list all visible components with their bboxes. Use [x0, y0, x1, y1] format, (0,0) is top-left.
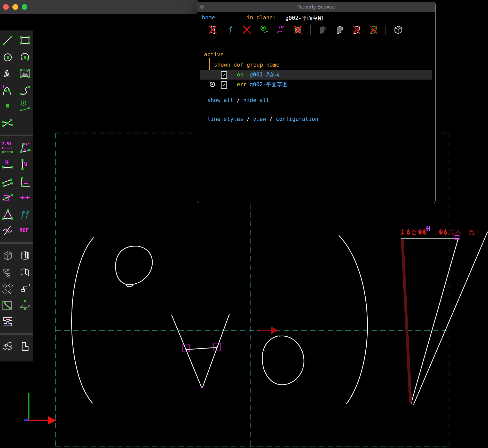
link-separator: /	[243, 116, 253, 122]
toolbar-row-link-extrudeshape	[0, 341, 33, 353]
rectangle-tool-icon[interactable]	[19, 34, 31, 47]
home-link[interactable]: home	[202, 14, 215, 21]
minimize-button[interactable]	[12, 4, 18, 10]
hide-mesh-icon[interactable]	[368, 25, 379, 35]
toolbar-row-onentity-symmetric	[0, 191, 33, 204]
entity-left-blob[interactable]	[115, 246, 152, 284]
toolbar-row-distance-angle: 2.54 74°	[0, 142, 33, 154]
window-close-dot[interactable]	[200, 5, 204, 9]
shown-checkbox[interactable]: ✓	[221, 71, 227, 79]
origin-triad[interactable]	[24, 393, 56, 424]
link-part-tool-icon[interactable]	[2, 341, 14, 353]
lathe-tool-icon[interactable]	[19, 250, 31, 262]
equal-constraint-icon[interactable]	[2, 208, 14, 221]
extrude-shape-tool-icon[interactable]	[19, 341, 31, 353]
symmetric-constraint-icon[interactable]	[19, 191, 31, 204]
hide-outlines-icon[interactable]	[351, 25, 362, 35]
entity-a-left-line[interactable]	[172, 315, 202, 388]
toolbar-row-parallel-perp	[0, 176, 33, 188]
vertical-constraint-icon[interactable]: V	[19, 159, 31, 171]
show-dimensions-icon[interactable]: 74°	[276, 25, 286, 35]
show-construction-icon[interactable]	[259, 25, 269, 35]
toolbar-row-h-v: H V	[0, 159, 33, 171]
text-tool-icon[interactable]: A	[2, 67, 14, 80]
workplane-tool-icon[interactable]	[2, 300, 14, 312]
construction-tool-icon[interactable]	[19, 100, 31, 112]
toolbar-separator	[0, 242, 33, 244]
boolean-step-tool-icon[interactable]	[2, 315, 14, 328]
entity-diagonal-line-2[interactable]	[414, 232, 487, 404]
toolbar-row-point-construction	[0, 100, 33, 112]
menubar	[0, 0, 198, 14]
reference-constraint-icon[interactable]: REF	[19, 224, 31, 236]
helix-tool-icon[interactable]	[2, 267, 14, 279]
close-button[interactable]	[3, 4, 9, 10]
show-hide-links-row: show all / hide all	[207, 97, 269, 103]
entity-a-right-line[interactable]	[202, 314, 229, 388]
check-icon: ✓	[222, 82, 226, 88]
group-row-g001[interactable]: ✓ ok g001-#参考	[200, 70, 432, 80]
group-name-link[interactable]: g002-平面草图	[250, 80, 288, 89]
configuration-link[interactable]: configuration	[276, 116, 318, 122]
application-screen: 未�合�� ，��式不一致! H A T	[0, 0, 488, 448]
hide-workplanes-icon[interactable]	[208, 25, 218, 35]
shaded-view-off-icon[interactable]	[317, 25, 328, 35]
distance-constraint-icon[interactable]: 2.54	[2, 142, 14, 154]
entity-right-paren-arc[interactable]	[339, 236, 367, 404]
horizontal-constraint-marker[interactable]: H	[426, 225, 430, 233]
link-separator: /	[233, 97, 243, 103]
other-angle-constraint-icon[interactable]	[2, 224, 14, 236]
shown-checkbox[interactable]: ✓	[221, 81, 227, 89]
visibility-toolbar: 74°	[208, 24, 403, 35]
hide-points-icon[interactable]	[242, 25, 252, 35]
toolbar-row-rotate-translate	[0, 282, 33, 295]
group-name-link[interactable]: g001-#参考	[250, 70, 280, 80]
rotate-copy-tool-icon[interactable]	[2, 282, 14, 295]
hide-all-link[interactable]: hide all	[243, 97, 269, 103]
bezier-tool-icon[interactable]	[19, 84, 31, 96]
entity-error-thick-line[interactable]	[402, 239, 411, 403]
parallel-constraint-icon[interactable]	[2, 176, 14, 188]
group-columns-header: shown dof group-name	[214, 62, 279, 68]
group-dof-status: err	[237, 80, 247, 89]
arc-tool-icon[interactable]	[19, 51, 31, 64]
toolbar-row-split	[0, 117, 33, 129]
circle-tool-icon[interactable]	[2, 51, 14, 64]
entity-left-blob-notch[interactable]	[126, 285, 132, 287]
entity-diagonal-line-1[interactable]	[411, 238, 458, 404]
entity-a-crossbar-line[interactable]	[186, 347, 216, 350]
show-occluded-lines-icon[interactable]	[393, 25, 403, 35]
image-tool-icon[interactable]	[19, 67, 31, 80]
zoom-button[interactable]	[22, 4, 27, 10]
split-curves-tool-icon[interactable]	[2, 117, 14, 129]
show-edges-icon[interactable]	[334, 25, 345, 35]
show-normals-icon[interactable]	[225, 25, 235, 35]
horizontal-constraint-icon[interactable]: H	[2, 159, 14, 171]
active-group-radio[interactable]	[210, 82, 215, 87]
window-titlebar[interactable]: Property Browser	[197, 2, 435, 12]
svg-text:T: T	[2, 84, 5, 89]
line-tool-icon[interactable]	[2, 34, 14, 47]
angle-constraint-icon[interactable]: 74°	[19, 142, 31, 154]
toolbar-row-extrude-lathe	[0, 250, 33, 262]
selection-point[interactable]	[201, 387, 203, 389]
in-plane-label: in plane:	[247, 14, 276, 21]
group-row-g002[interactable]: ✓ err g002-平面草图	[200, 80, 432, 89]
show-all-link[interactable]: show all	[207, 97, 233, 103]
toolbar-row-text-image: A	[0, 67, 33, 80]
point-on-entity-constraint-icon[interactable]	[2, 191, 14, 204]
svg-text:REF: REF	[19, 227, 29, 233]
tangent-arc-tool-icon[interactable]: T	[2, 84, 14, 96]
view-link[interactable]: view	[253, 116, 266, 122]
normal-tool-icon[interactable]	[19, 300, 31, 312]
revolve-tool-icon[interactable]	[19, 267, 31, 279]
perpendicular-constraint-icon[interactable]	[19, 176, 31, 188]
point-tool-icon[interactable]	[2, 100, 14, 112]
hide-faces-icon[interactable]	[293, 25, 303, 35]
extrude-tool-icon[interactable]	[2, 250, 14, 262]
parallel-normals-constraint-icon[interactable]	[19, 208, 31, 221]
translate-copy-tool-icon[interactable]	[19, 282, 31, 295]
entity-left-paren-arc[interactable]	[72, 238, 93, 403]
line-styles-link[interactable]: line styles	[207, 116, 243, 122]
entity-right-blob[interactable]	[262, 336, 304, 385]
